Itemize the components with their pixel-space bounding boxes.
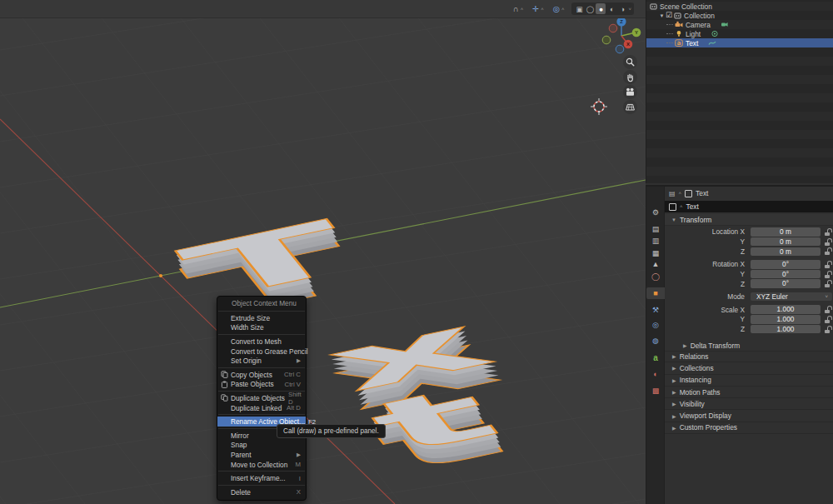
number-field[interactable]: 0 m xyxy=(751,237,821,247)
lock-icon[interactable] xyxy=(824,326,832,333)
zoom-button[interactable] xyxy=(623,55,637,69)
view-layer-icon: ▦ xyxy=(652,249,660,257)
number-field[interactable]: 1.000 xyxy=(751,305,821,314)
properties-tab-texture[interactable]: ▩ xyxy=(646,385,665,397)
properties-tab-object-data[interactable]: a xyxy=(646,352,665,363)
x-axis-line xyxy=(0,119,395,504)
properties-tab-output[interactable]: ▥ xyxy=(646,235,665,247)
menu-item-move-to-collection[interactable]: Move to CollectionM xyxy=(217,460,306,470)
gizmo-y-neg-axis[interactable] xyxy=(602,36,611,44)
expand-arrow-icon[interactable]: ▼ xyxy=(658,13,666,18)
lock-icon[interactable] xyxy=(824,228,832,236)
collection-checkbox[interactable]: ☑ xyxy=(666,12,672,19)
svg-text:Z: Z xyxy=(620,19,623,24)
menu-item-insert-keyframe[interactable]: Insert Keyframe...I xyxy=(217,473,306,483)
gizmo-z-neg-axis[interactable] xyxy=(616,45,624,53)
lock-icon[interactable] xyxy=(824,316,832,323)
panel-header-motion-paths[interactable]: ▶Motion Paths xyxy=(665,387,833,398)
snapping-icon: ∩ xyxy=(513,2,519,15)
gizmos-toggle[interactable]: ✛˄ xyxy=(531,2,545,15)
menu-item-duplicate-linked[interactable]: Duplicate LinkedAlt D xyxy=(217,403,306,413)
panel-header-instancing[interactable]: ▶Instancing xyxy=(665,375,833,387)
properties-tab-scene[interactable]: ▲ xyxy=(646,258,665,270)
shading-mode-group: ▣◯●◐◑˅ xyxy=(571,2,634,15)
outliner-item-label: Text xyxy=(686,39,698,47)
3d-cursor[interactable] xyxy=(591,98,607,115)
overlays-toggle[interactable]: ◎˄ xyxy=(551,2,566,15)
outliner-row-scene-collection[interactable]: Scene Collection xyxy=(646,2,833,11)
menu-item-duplicate-objects[interactable]: Duplicate ObjectsShift D xyxy=(217,393,306,403)
menu-item-width-size[interactable]: Width Size xyxy=(217,323,306,333)
menu-item-set-origin[interactable]: Set Origin▶ xyxy=(217,356,306,366)
number-field[interactable]: 0 m xyxy=(751,227,821,237)
shading-dropdown[interactable]: ˅ xyxy=(628,7,631,12)
menu-item-snap[interactable]: Snap xyxy=(217,441,306,451)
panel-header-custom-properties[interactable]: ▶Custom Properties xyxy=(665,422,833,434)
lock-icon[interactable] xyxy=(824,271,832,278)
number-field[interactable]: 0° xyxy=(751,260,821,269)
menu-item-extrude-size[interactable]: Extrude Size xyxy=(217,313,306,323)
chevron-down-icon: ˄ xyxy=(541,7,544,12)
transform-row-z: Z0 m xyxy=(665,247,830,257)
number-field[interactable]: 0 m xyxy=(751,247,821,257)
properties-tab-physics[interactable]: ◍ xyxy=(646,335,665,347)
lock-icon[interactable] xyxy=(824,306,832,313)
transform-row-scale-x: Scale X1.000 xyxy=(665,305,830,314)
properties-tab-modifiers[interactable]: ⚒ xyxy=(646,304,665,316)
panel-header-collections[interactable]: ▶Collections xyxy=(665,362,833,374)
properties-tab-object[interactable]: ■ xyxy=(646,287,665,299)
panel-header-visibility[interactable]: ▶Visibility xyxy=(665,398,833,410)
shading-solid-button[interactable]: ● xyxy=(596,3,606,14)
lock-icon[interactable] xyxy=(824,238,832,246)
properties-tab-particles[interactable]: ◎ xyxy=(646,319,665,331)
perspective-toggle-button[interactable] xyxy=(623,100,637,114)
editor-type-icon[interactable]: ▤ xyxy=(669,190,676,197)
lock-icon[interactable] xyxy=(824,280,832,287)
outliner-row-light[interactable]: Light xyxy=(646,29,833,38)
properties-tab-view-layer[interactable]: ▦ xyxy=(646,247,665,259)
shading-rendered-button[interactable]: ◑ xyxy=(617,3,627,14)
transform-row-z: Z1.000 xyxy=(665,325,830,334)
panel-collapsed-icon: ▶ xyxy=(683,342,687,348)
shortcut-hint: Alt D xyxy=(287,404,301,412)
outliner-editor[interactable]: Scene Collection▼☑CollectionCameraLighta… xyxy=(646,0,833,183)
menu-item-convert-to-grease-pencil[interactable]: Convert to Grease Pencil xyxy=(217,347,306,357)
object-name-field[interactable]: ˄ Text xyxy=(665,201,833,212)
lock-icon[interactable] xyxy=(824,261,832,268)
number-field[interactable]: 1.000 xyxy=(751,315,821,324)
outliner-row-text[interactable]: aText xyxy=(646,38,833,47)
panel-header-relations[interactable]: ▶Relations xyxy=(665,351,833,362)
shading-wireframe-button[interactable]: ◯ xyxy=(585,3,595,14)
rotation-mode-dropdown[interactable]: XYZ Euler˅ xyxy=(751,292,832,302)
toggle-xray-button[interactable]: ▣ xyxy=(574,3,584,14)
shading-material-preview-button[interactable]: ◐ xyxy=(606,3,616,14)
field-label: Location X xyxy=(665,227,751,236)
menu-item-delete[interactable]: DeleteX xyxy=(217,487,306,497)
transform-panel-header[interactable]: ▼ Transform xyxy=(665,214,833,226)
menu-item-convert-to-mesh[interactable]: Convert to Mesh xyxy=(217,337,306,347)
properties-tab-world[interactable]: ◯ xyxy=(646,271,665,282)
gizmo-x-neg-axis[interactable] xyxy=(609,24,617,32)
outliner-row-camera[interactable]: Camera xyxy=(646,20,833,29)
properties-tab-tool[interactable]: ⚙ xyxy=(646,207,665,218)
number-field[interactable]: 1.000 xyxy=(751,325,821,334)
properties-tab-render[interactable]: ▤ xyxy=(646,223,665,235)
camera-view-button[interactable] xyxy=(623,85,637,99)
pan-button[interactable] xyxy=(623,70,637,84)
number-field[interactable]: 0° xyxy=(751,270,821,279)
number-field[interactable]: 0° xyxy=(751,279,821,288)
field-label: Z xyxy=(665,325,751,333)
3d-viewport[interactable]: TTTTTxxxxxttttt xyxy=(0,0,646,504)
lock-icon[interactable] xyxy=(824,247,832,255)
delta-transform-panel-header[interactable]: ▶ Delta Transform xyxy=(665,340,833,352)
breadcrumb-object-name: Text xyxy=(696,189,708,197)
snapping-toggle[interactable]: ∩˄ xyxy=(511,2,525,15)
menu-item-parent[interactable]: Parent▶ xyxy=(217,450,306,460)
outliner-row-collection[interactable]: ▼☑Collection xyxy=(646,11,833,20)
panel-collapsed-icon: ▶ xyxy=(672,365,676,371)
panel-header-viewport-display[interactable]: ▶Viewport Display xyxy=(665,410,833,422)
properties-tab-material[interactable]: ◐ xyxy=(646,368,665,380)
menu-item-copy-objects[interactable]: Copy ObjectsCtrl C xyxy=(217,370,306,380)
navigation-gizmo[interactable]: Z Y X xyxy=(602,18,641,53)
menu-item-paste-objects[interactable]: Paste ObjectsCtrl V xyxy=(217,380,306,390)
